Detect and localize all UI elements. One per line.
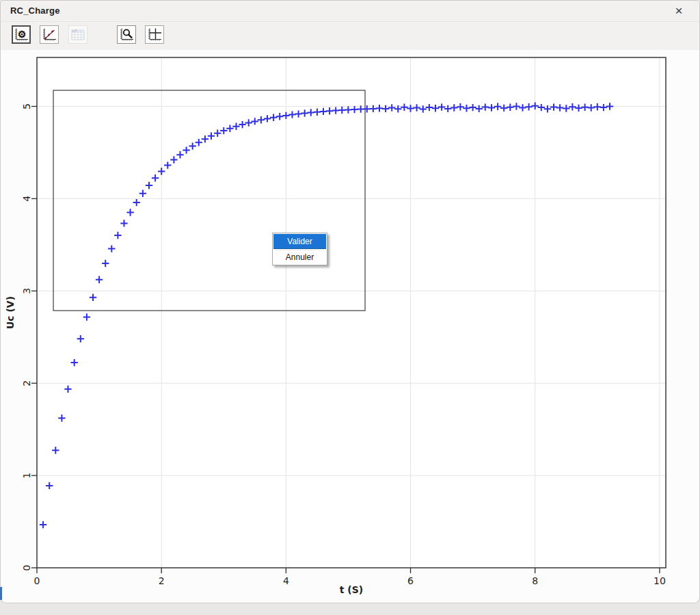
annuler-label: Annuler	[286, 252, 314, 262]
svg-text:1: 1	[21, 473, 32, 479]
svg-text:3: 3	[21, 288, 32, 294]
svg-text:Uc (V): Uc (V)	[5, 296, 16, 329]
desktop-edge-sliver	[0, 587, 2, 600]
zoom-tool-button[interactable]	[117, 25, 136, 44]
svg-text:0: 0	[21, 565, 32, 571]
screen: { "window": { "title": "RC_Charge", "clo…	[0, 0, 700, 615]
svg-text:2: 2	[159, 575, 165, 586]
table-icon	[70, 27, 85, 42]
plot-canvas[interactable]: 0246810012345t (S)Uc (V)	[1, 50, 700, 615]
svg-text:8: 8	[532, 575, 538, 586]
svg-text:⚙: ⚙	[18, 28, 27, 39]
curve-fit-button[interactable]	[40, 25, 59, 44]
svg-text:5: 5	[21, 103, 32, 109]
gear-icon: ⚙	[14, 27, 29, 42]
menu-item-valider[interactable]: Valider	[273, 234, 326, 249]
data-table-button[interactable]	[68, 25, 88, 44]
toolbar: ⚙	[1, 22, 699, 50]
svg-text:4: 4	[283, 575, 289, 586]
svg-text:10: 10	[654, 575, 666, 586]
close-button[interactable]: ×	[671, 2, 687, 20]
title-bar: RC_Charge ×	[1, 1, 699, 22]
menu-item-annuler[interactable]: Annuler	[273, 250, 326, 264]
curve-plot-icon	[42, 27, 57, 42]
valider-label: Valider	[287, 237, 312, 246]
svg-text:t (S): t (S)	[340, 584, 363, 595]
axes-scale-button[interactable]	[145, 25, 164, 44]
window-title: RC_Charge	[10, 5, 60, 16]
magnifier-icon	[119, 27, 134, 42]
plot-area: 0246810012345t (S)Uc (V)	[1, 50, 699, 603]
app-window: RC_Charge × ⚙	[0, 0, 700, 603]
axes-cross-icon	[147, 27, 162, 42]
svg-text:6: 6	[407, 575, 414, 586]
svg-text:2: 2	[21, 380, 32, 387]
settings-button[interactable]: ⚙	[12, 25, 31, 44]
close-icon: ×	[675, 3, 682, 18]
svg-text:4: 4	[21, 196, 32, 202]
svg-text:0: 0	[34, 575, 40, 586]
context-menu: Valider Annuler	[272, 233, 327, 265]
